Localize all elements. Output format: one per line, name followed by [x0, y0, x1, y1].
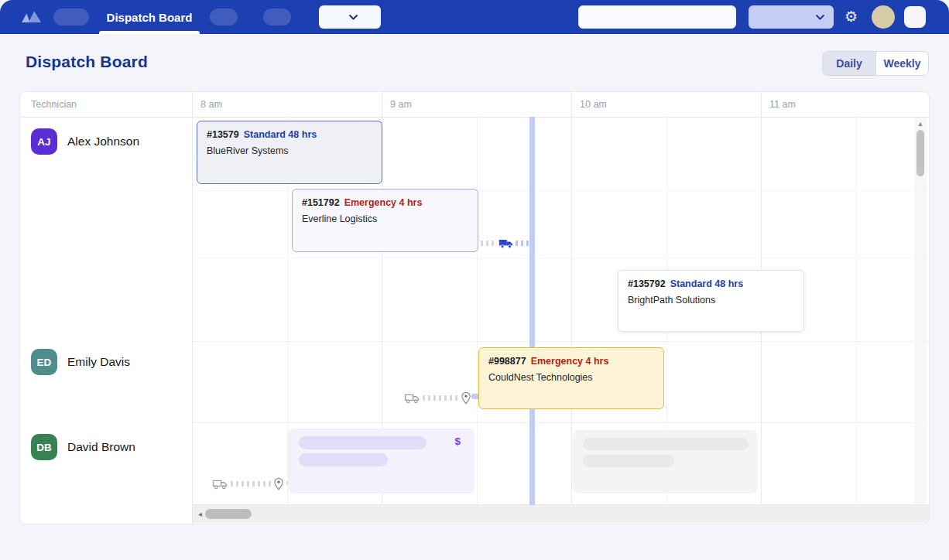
chevron-down-icon: [349, 15, 358, 20]
gear-icon[interactable]: ⚙: [845, 9, 858, 25]
technician-row-emily[interactable]: ED Emily Davis: [31, 349, 130, 375]
nav-item-placeholder[interactable]: [53, 9, 89, 26]
technician-name: Emily Davis: [67, 355, 130, 369]
technician-name: David Brown: [67, 440, 135, 454]
job-client: BlueRiver Systems: [207, 145, 372, 156]
toggle-weekly[interactable]: Weekly: [875, 52, 928, 75]
scroll-left-arrow[interactable]: ◂: [198, 510, 202, 518]
truck-icon: [498, 237, 514, 249]
dollar-icon: $: [454, 435, 461, 447]
time-column-10am: 10 am: [580, 92, 607, 117]
top-navbar: Dispatch Board ⚙: [0, 0, 949, 34]
nav-dropdown-secondary[interactable]: [749, 5, 834, 29]
location-pin-icon: [461, 391, 471, 405]
active-tab-underline: [99, 31, 200, 34]
vertical-scrollbar[interactable]: ▲: [914, 118, 927, 504]
lane-divider: [192, 258, 930, 258]
row-divider: [192, 341, 930, 342]
current-time-indicator: [529, 117, 535, 505]
avatar: AJ: [31, 128, 57, 155]
job-card-135792[interactable]: #135792 Standard 48 hrs BrightPath Solut…: [618, 270, 804, 332]
technician-row-alex[interactable]: AJ Alex Johnson: [31, 128, 139, 155]
job-client: CouldNest Technologies: [488, 372, 654, 383]
user-avatar[interactable]: [872, 5, 895, 29]
dispatch-board-app: Dispatch Board ⚙ Dispatch Board Daily We…: [0, 0, 949, 560]
time-column-8am: 8 am: [200, 92, 222, 117]
job-client: Everline Logistics: [302, 213, 468, 224]
search-icon: [586, 12, 587, 23]
technician-name: Alex Johnson: [67, 135, 139, 149]
placeholder-job-card[interactable]: [573, 430, 758, 493]
location-pin-icon: [273, 477, 284, 490]
trail-dashes: [423, 395, 458, 401]
avatar: ED: [31, 349, 57, 375]
skeleton-line: [583, 455, 674, 467]
toggle-daily[interactable]: Daily: [823, 52, 875, 75]
job-client: BrightPath Solutions: [628, 295, 794, 306]
placeholder-job-card[interactable]: $: [288, 429, 474, 493]
job-id: #13579: [207, 129, 239, 140]
row-divider: [192, 422, 930, 423]
job-priority-badge: Standard 48 hrs: [244, 129, 317, 140]
job-id: #151792: [302, 197, 340, 208]
job-card-998877[interactable]: #998877 Emergency 4 hrs CouldNest Techno…: [478, 347, 664, 409]
half-hour-gridline: [477, 117, 478, 505]
travel-trail-alex: [481, 237, 532, 249]
half-hour-gridline: [856, 117, 857, 505]
technician-column-divider: [192, 92, 193, 524]
truck-icon: [212, 478, 228, 490]
skeleton-line: [583, 438, 749, 450]
schedule-board: Technician 8 am 9 am 10 am 11 am AJ Alex…: [19, 91, 930, 524]
nav-dropdown-primary[interactable]: [319, 5, 381, 29]
job-priority-badge: Emergency 4 hrs: [531, 356, 609, 367]
job-id: #998877: [488, 356, 526, 367]
vertical-scrollbar-thumb[interactable]: [916, 130, 924, 176]
truck-icon: [404, 392, 420, 404]
hour-gridline: [571, 92, 572, 505]
nav-item-placeholder[interactable]: [263, 9, 291, 26]
trail-dashes: [516, 241, 532, 246]
avatar: DB: [31, 434, 57, 460]
time-column-9am: 9 am: [390, 92, 412, 117]
job-card-151792[interactable]: #151792 Emergency 4 hrs Everline Logisti…: [292, 189, 478, 252]
horizontal-scrollbar-thumb[interactable]: [205, 509, 252, 519]
page-title: Dispatch Board: [26, 53, 148, 71]
scroll-up-arrow[interactable]: ▲: [914, 120, 927, 128]
time-column-11am: 11 am: [769, 92, 796, 117]
job-card-13579[interactable]: #13579 Standard 48 hrs BlueRiver Systems: [197, 121, 382, 184]
search-box: [578, 5, 736, 29]
horizontal-scrollbar[interactable]: ◂: [193, 505, 930, 523]
job-priority-badge: Emergency 4 hrs: [344, 197, 423, 208]
travel-trail-david: [212, 477, 284, 490]
skeleton-line: [299, 436, 427, 449]
chevron-down-icon: [816, 15, 824, 20]
nav-action-button[interactable]: [904, 6, 926, 28]
job-priority-badge: Standard 48 hrs: [670, 278, 743, 289]
skeleton-line: [299, 453, 388, 466]
logo-icon: [20, 9, 43, 24]
view-toggle: Daily Weekly: [822, 51, 929, 76]
tab-dispatch-board-label: Dispatch Board: [107, 11, 193, 24]
job-id: #135792: [628, 278, 666, 289]
tab-dispatch-board[interactable]: Dispatch Board: [99, 0, 200, 34]
travel-trail-emily: [404, 391, 471, 405]
technician-column-header: Technician: [31, 92, 77, 117]
header-divider: [20, 117, 930, 118]
trail-dashes: [481, 241, 497, 246]
search-input[interactable]: [592, 12, 728, 23]
trail-dashes: [231, 481, 271, 487]
nav-item-placeholder[interactable]: [210, 9, 238, 26]
technician-row-david[interactable]: DB David Brown: [31, 434, 135, 460]
